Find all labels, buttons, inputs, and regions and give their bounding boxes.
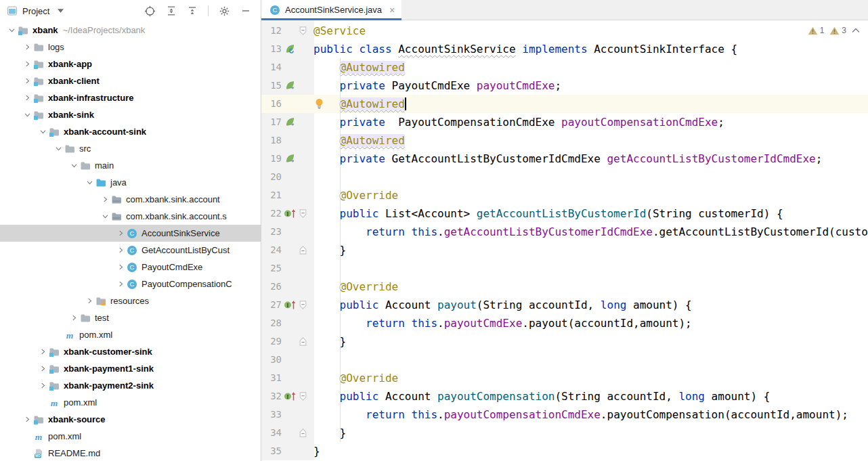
code-text[interactable]: return this.payoutCompensationCmdExe.pay… [307, 405, 868, 424]
code-line-33[interactable]: 33 return this.payoutCompensationCmdExe.… [261, 405, 868, 424]
chevron-right-icon[interactable] [37, 382, 49, 389]
line-number[interactable]: 18 [261, 131, 282, 150]
fold-down-icon[interactable] [299, 26, 307, 35]
tree-item-java[interactable]: java [0, 174, 261, 191]
line-number[interactable]: 28 [261, 314, 282, 332]
chevron-right-icon[interactable] [21, 43, 33, 51]
tree-item-test[interactable]: test [0, 309, 261, 326]
code-line-15[interactable]: 15 private PayoutCmdExe payoutCmdExe; [261, 76, 868, 95]
code-text[interactable]: public List<Account> getAccountListByCus… [307, 204, 868, 223]
line-number[interactable]: 17 [261, 113, 282, 131]
tree-item-com-xbank-sink-account[interactable]: com.xbank.sink.account [0, 191, 261, 208]
code-text[interactable]: @Override [307, 369, 868, 387]
collapse-all-icon[interactable] [187, 5, 198, 16]
code-line-14[interactable]: 14 @Autowired [261, 58, 868, 76]
code-line-22[interactable]: 22I public List<Account> getAccountListB… [261, 204, 868, 223]
tree-item-xbank-source[interactable]: xbank-source [0, 411, 261, 428]
lightbulb-icon[interactable] [314, 98, 324, 110]
code-line-27[interactable]: 27I public Account payout(String account… [261, 296, 868, 314]
tree-item-xbank-account-sink[interactable]: xbank-account-sink [0, 123, 261, 140]
code-text[interactable] [307, 351, 868, 369]
code-line-13[interactable]: 13public class AccountSinkService implem… [261, 40, 868, 58]
chevron-right-icon[interactable] [21, 94, 33, 102]
code-text[interactable]: private PayoutCmdExe payoutCmdExe; [307, 76, 868, 95]
line-number[interactable]: 30 [261, 351, 282, 369]
tree-item-pom-xml[interactable]: mpom.xml [0, 428, 261, 445]
implementing-icon[interactable]: I [284, 300, 296, 310]
code-line-30[interactable]: 30 [261, 351, 868, 369]
line-number[interactable]: 24 [261, 241, 282, 259]
tree-item-main[interactable]: main [0, 157, 261, 174]
fold-up-icon[interactable] [299, 337, 307, 346]
chevron-right-icon[interactable] [114, 229, 127, 237]
expand-all-icon[interactable] [166, 5, 177, 16]
fold-up-icon[interactable] [299, 429, 307, 437]
project-dropdown-caret-icon[interactable] [58, 9, 64, 13]
tree-item-xbank-payment2-sink[interactable]: xbank-payment2-sink [0, 377, 261, 394]
spring-autowired-icon[interactable] [284, 80, 296, 91]
chevron-right-icon[interactable] [21, 60, 33, 68]
gear-icon[interactable] [219, 5, 230, 17]
code-text[interactable] [307, 259, 868, 278]
tree-item-pom-xml[interactable]: mpom.xml [0, 394, 261, 411]
line-number[interactable]: 25 [261, 259, 282, 278]
chevron-down-icon[interactable] [83, 179, 95, 186]
chevron-right-icon[interactable] [99, 196, 111, 203]
chevron-down-icon[interactable] [21, 111, 33, 118]
line-number[interactable]: 13 [261, 40, 282, 58]
code-line-35[interactable]: 35} [261, 442, 868, 460]
code-editor[interactable]: 13 12@Service13public class AccountSinkS… [261, 20, 868, 460]
tree-item-xbank-infrastructure[interactable]: xbank-infrastructure [0, 89, 261, 106]
implementing-icon[interactable]: I [284, 391, 296, 401]
spring-autowired-icon[interactable] [284, 116, 296, 128]
tree-item-getaccountlistbycust[interactable]: CGetAccountListByCust [0, 242, 261, 259]
code-line-31[interactable]: 31 @Override [261, 369, 868, 387]
code-line-23[interactable]: 23 return this.getAccountListByCustomerI… [261, 223, 868, 241]
line-number[interactable]: 21 [261, 186, 282, 204]
chevron-right-icon[interactable] [37, 365, 49, 372]
tree-item-xbank-customer-sink[interactable]: xbank-customer-sink [0, 343, 261, 360]
inspection-widget[interactable]: 13 [808, 26, 860, 35]
code-text[interactable]: private PayoutCompensationCmdExe payoutC… [307, 113, 868, 131]
inspection-warning-item[interactable]: 3 [829, 26, 846, 35]
line-number[interactable]: 14 [261, 58, 282, 76]
line-number[interactable]: 15 [261, 76, 282, 95]
tab-close-icon[interactable]: × [389, 5, 395, 16]
tree-item-readme-md[interactable]: MDREADME.md [0, 445, 261, 461]
spring-autowired-icon[interactable] [284, 153, 296, 164]
tree-item-payoutcmdexe[interactable]: CPayoutCmdExe [0, 259, 261, 276]
locate-icon[interactable] [144, 5, 156, 17]
chevron-up-icon[interactable] [852, 28, 860, 33]
line-number[interactable]: 19 [261, 150, 282, 168]
code-line-34[interactable]: 34 } [261, 424, 868, 442]
tree-item-xbank-client[interactable]: xbank-client [0, 72, 261, 89]
chevron-right-icon[interactable] [21, 416, 33, 423]
code-line-32[interactable]: 32I public Account payoutCompensation(St… [261, 387, 868, 405]
tree-item-xbank[interactable]: xbank~/IdeaProjects/xbank [0, 22, 261, 39]
code-line-17[interactable]: 17 private PayoutCompensationCmdExe payo… [261, 113, 868, 131]
line-number[interactable]: 33 [261, 405, 282, 424]
tree-item-pom-xml[interactable]: mpom.xml [0, 326, 261, 343]
tab-accountsinkservice[interactable]: C AccountSinkService.java × [261, 0, 402, 20]
code-text[interactable]: @Override [307, 186, 868, 204]
code-line-25[interactable]: 25 [261, 259, 868, 278]
tree-item-payoutcompensationc[interactable]: CPayoutCompensationC [0, 276, 261, 292]
tree-item-xbank-sink[interactable]: xbank-sink [0, 106, 261, 123]
chevron-right-icon[interactable] [83, 297, 95, 305]
inspection-warning-item[interactable]: 1 [808, 26, 825, 35]
code-line-16[interactable]: 16 @Autowired [261, 95, 868, 113]
line-number[interactable]: 22 [261, 204, 282, 223]
line-number[interactable]: 34 [261, 424, 282, 442]
code-line-26[interactable]: 26 @Override [261, 278, 868, 296]
chevron-down-icon[interactable] [52, 145, 64, 152]
code-text[interactable]: return this.payoutCmdExe.payout(accountI… [307, 314, 868, 332]
spring-bean-icon[interactable] [284, 43, 296, 55]
line-number[interactable]: 35 [261, 442, 282, 460]
line-number[interactable]: 12 [261, 22, 282, 40]
code-text[interactable]: @Service [307, 22, 868, 40]
fold-up-icon[interactable] [299, 246, 307, 255]
code-text[interactable]: public Account payout(String accountId, … [307, 296, 868, 314]
chevron-right-icon[interactable] [114, 246, 127, 254]
chevron-right-icon[interactable] [68, 314, 80, 322]
chevron-down-icon[interactable] [99, 213, 111, 220]
